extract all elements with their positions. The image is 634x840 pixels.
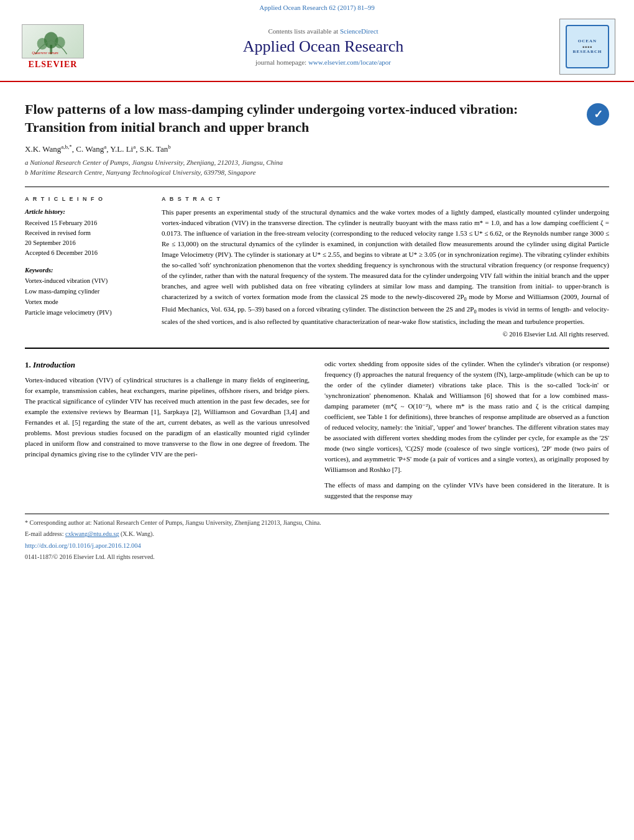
- keyword-4: Particle image velocimetry (PIV): [25, 308, 149, 318]
- elsevier-logo-box: Quaerere verum: [22, 24, 84, 58]
- published-text: published: [252, 282, 278, 290]
- section-number: 1. Introduction: [25, 360, 75, 369]
- contents-available-line: Contents lists available at ScienceDirec…: [87, 27, 559, 35]
- article-history: Article history: Received 15 February 20…: [25, 207, 149, 258]
- article-info-title: A R T I C L E I N F O: [25, 196, 149, 202]
- copyright-footer: 0141-1187/© 2016 Elsevier Ltd. All right…: [25, 552, 609, 561]
- abstract-title: A B S T R A C T: [162, 196, 609, 202]
- received1-text: Received 15 February 2016: [25, 218, 149, 228]
- abstract-text: This paper presents an experimental stud…: [162, 207, 609, 327]
- elsevier-tree-icon: Quaerere verum: [28, 27, 78, 55]
- authors-line: X.K. Wanga,b,*, C. Wanga, Y.L. Lia, S.K.…: [25, 144, 609, 154]
- section-title: Introduction: [33, 360, 75, 369]
- article-info-col: A R T I C L E I N F O Article history: R…: [25, 196, 149, 338]
- intro-right-para2: The effects of mass and damping on the c…: [324, 480, 609, 501]
- corresponding-author-note: * Corresponding author at: National Rese…: [25, 518, 609, 527]
- body-col-left: 1. Introduction Vortex-induced vibration…: [25, 359, 310, 507]
- history-title: Article history:: [25, 207, 149, 218]
- article-title-section: Flow patterns of a low mass-damping cyli…: [25, 101, 609, 136]
- header-top: Quaerere verum ELSEVIER Contents lists a…: [0, 12, 634, 82]
- divider-1: [25, 187, 609, 187]
- crossmark-badge: ✓: [587, 103, 609, 126]
- article-title: Flow patterns of a low mass-damping cyli…: [25, 101, 587, 136]
- accepted-text: Accepted 6 December 2016: [25, 248, 149, 258]
- article-info-abstract: A R T I C L E I N F O Article history: R…: [25, 196, 609, 338]
- email-link[interactable]: cxkwang@ntu.edu.sg: [65, 530, 119, 537]
- doi-line[interactable]: http://dx.doi.org/10.1016/j.apor.2016.12…: [25, 541, 609, 551]
- two-col-body: 1. Introduction Vortex-induced vibration…: [25, 359, 609, 507]
- body-col-right: odic vortex shedding from opposite sides…: [324, 359, 609, 507]
- keywords-list: Vortex-induced vibration (VIV) Low mass-…: [25, 276, 149, 318]
- journal-header-center: Contents lists available at ScienceDirec…: [87, 27, 559, 66]
- abstract-col: A B S T R A C T This paper presents an e…: [162, 196, 609, 338]
- section-heading: 1. Introduction: [25, 359, 310, 371]
- synchronization-text: synchronization: [455, 251, 498, 258]
- keyword-3: Vortex mode: [25, 297, 149, 308]
- affiliations: a National Research Center of Pumps, Jia…: [25, 157, 609, 178]
- elsevier-logo: Quaerere verum ELSEVIER: [19, 24, 87, 70]
- intro-right-para1: odic vortex shedding from opposite sides…: [324, 359, 609, 476]
- svg-text:Quaerere verum: Quaerere verum: [32, 50, 58, 55]
- journal-homepage-line: journal homepage: www.elsevier.com/locat…: [87, 58, 559, 66]
- affiliation-a: a National Research Center of Pumps, Jia…: [25, 157, 609, 168]
- keywords-section: Keywords: Vortex-induced vibration (VIV)…: [25, 265, 149, 318]
- journal-ref-text: Applied Ocean Research 62 (2017) 81–99: [259, 4, 374, 11]
- journal-name-header: Applied Ocean Research: [87, 37, 559, 56]
- journal-ref-bar: Applied Ocean Research 62 (2017) 81–99: [0, 0, 634, 12]
- affiliation-b: b Maritime Research Centre, Nanyang Tech…: [25, 167, 609, 178]
- keyword-1: Vortex-induced vibration (VIV): [25, 276, 149, 287]
- ocean-research-logo: OCEAN ■■■■ RESEARCH: [559, 19, 615, 75]
- svg-point-2: [37, 37, 48, 49]
- footnote-section: * Corresponding author at: National Rese…: [25, 514, 609, 561]
- sciencedirect-link[interactable]: ScienceDirect: [340, 27, 379, 35]
- keywords-title: Keywords:: [25, 267, 53, 274]
- journal-homepage-link[interactable]: www.elsevier.com/locate/apor: [308, 58, 391, 66]
- svg-point-3: [55, 37, 65, 48]
- intro-para1: Vortex-induced vibration (VIV) of cylind…: [25, 375, 310, 459]
- received2-text: Received in revised form20 September 201…: [25, 228, 149, 248]
- keyword-2: Low mass-damping cylinder: [25, 287, 149, 297]
- body-content: 1. Introduction Vortex-induced vibration…: [25, 348, 609, 561]
- email-line: E-mail address: cxkwang@ntu.edu.sg (X.K.…: [25, 529, 609, 538]
- elsevier-brand-text: ELSEVIER: [29, 60, 78, 70]
- abstract-copyright: © 2016 Elsevier Ltd. All rights reserved…: [162, 331, 609, 338]
- article-content: Flow patterns of a low mass-damping cyli…: [0, 82, 634, 574]
